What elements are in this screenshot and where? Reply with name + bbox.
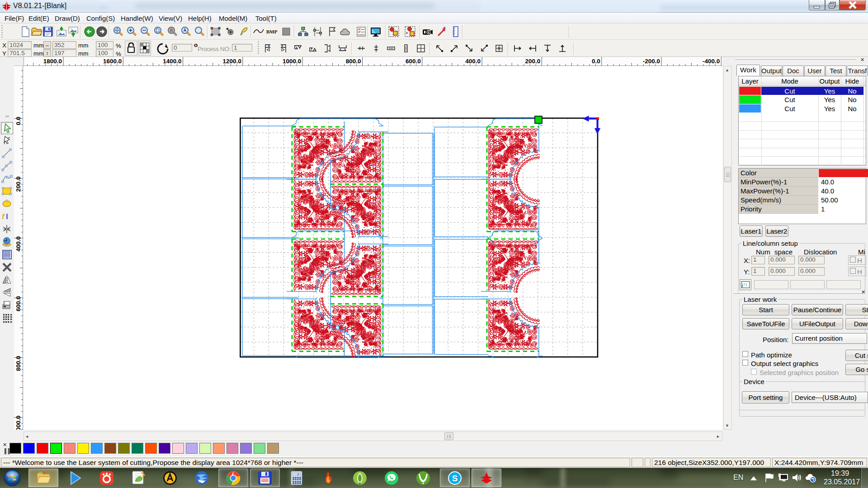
svg-text:400.0: 400.0 xyxy=(15,236,22,252)
svg-text:1800.0: 1800.0 xyxy=(43,58,62,65)
svg-text:1000.0: 1000.0 xyxy=(283,58,301,65)
svg-text:800.0: 800.0 xyxy=(346,58,361,65)
svg-text:200.0: 200.0 xyxy=(15,177,22,192)
svg-text:1400.0: 1400.0 xyxy=(163,58,181,65)
svg-text:-200.0: -200.0 xyxy=(643,58,660,65)
svg-text:200.0: 200.0 xyxy=(525,58,541,65)
svg-text:400.0: 400.0 xyxy=(465,58,481,65)
svg-text:1600.0: 1600.0 xyxy=(103,58,122,65)
svg-text:I: I xyxy=(6,212,8,221)
svg-text:-400.0: -400.0 xyxy=(703,58,720,65)
svg-text:1200.0: 1200.0 xyxy=(223,58,241,65)
svg-text:800.0: 800.0 xyxy=(15,356,22,371)
svg-text:BMP: BMP xyxy=(266,29,278,34)
svg-text:1000.0: 1000.0 xyxy=(15,416,22,430)
svg-text:f: f xyxy=(2,212,5,221)
svg-text:600.0: 600.0 xyxy=(15,296,22,311)
svg-text:S: S xyxy=(452,474,458,483)
svg-text:0.0: 0.0 xyxy=(15,117,22,125)
svg-text:0.0: 0.0 xyxy=(592,58,600,65)
svg-text:600.0: 600.0 xyxy=(406,58,421,65)
